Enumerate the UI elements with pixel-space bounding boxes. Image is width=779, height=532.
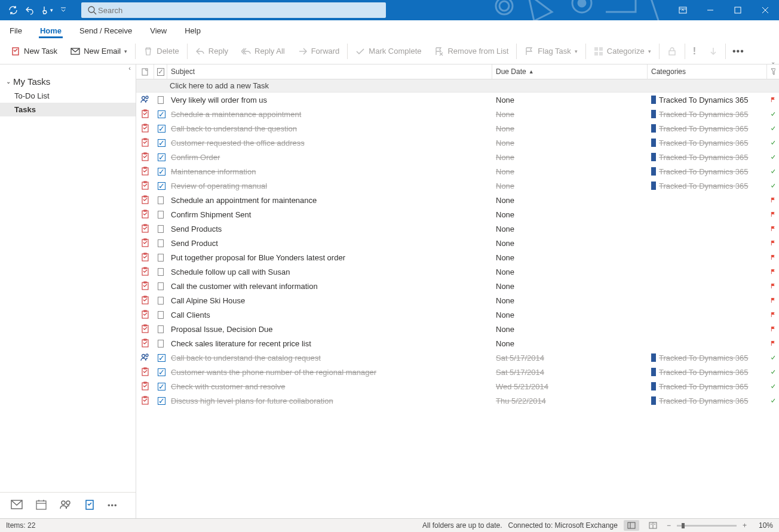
task-row[interactable]: ✓Call back to understand the catalog req…: [136, 350, 779, 365]
task-row[interactable]: ✓Check with customer and resolveWed 5/21…: [136, 379, 779, 393]
add-task-row[interactable]: Click here to add a new Task: [136, 79, 779, 93]
task-row[interactable]: ✓Customer wants the phone number of the …: [136, 365, 779, 379]
task-row[interactable]: Call the customer with relevant informat…: [136, 279, 779, 293]
row-checkbox[interactable]: ✓: [154, 153, 167, 161]
search-box[interactable]: [81, 2, 386, 18]
sidebar-item-todo-list[interactable]: To-Do List: [0, 89, 136, 103]
menu-view[interactable]: View: [149, 23, 168, 38]
row-flag[interactable]: [767, 139, 779, 147]
mark-complete-button[interactable]: Mark Complete: [349, 44, 427, 59]
row-checkbox[interactable]: [154, 268, 167, 276]
row-checkbox[interactable]: ✓: [154, 168, 167, 176]
task-row[interactable]: Put together proposal for Blue Yonders l…: [136, 250, 779, 265]
row-checkbox[interactable]: [154, 254, 167, 262]
sidebar-item-tasks[interactable]: Tasks: [0, 103, 136, 116]
row-flag[interactable]: [767, 196, 779, 204]
row-flag[interactable]: [767, 167, 779, 176]
task-row[interactable]: Check sales literature for recent price …: [136, 336, 779, 350]
view-normal-button[interactable]: [624, 520, 639, 531]
nav-calendar-button[interactable]: [36, 499, 47, 512]
row-checkbox[interactable]: ✓: [154, 383, 167, 390]
row-checkbox[interactable]: [154, 311, 167, 319]
nav-mail-button[interactable]: [11, 500, 23, 511]
row-checkbox[interactable]: [154, 96, 167, 104]
task-row[interactable]: ✓Call back to understand the questionNon…: [136, 121, 779, 136]
row-checkbox[interactable]: [154, 225, 167, 233]
collapse-sidebar-button[interactable]: ‹: [0, 64, 136, 73]
row-checkbox[interactable]: [154, 340, 167, 348]
row-flag[interactable]: [767, 296, 779, 305]
flag-task-button[interactable]: Flag Task ▾: [519, 44, 583, 59]
sync-button[interactable]: [6, 3, 20, 17]
collapse-ribbon-button[interactable]: ⌄: [771, 59, 775, 65]
row-checkbox[interactable]: ✓: [154, 110, 167, 118]
task-row[interactable]: Confirm Shipment SentNone: [136, 207, 779, 222]
qat-customize-button[interactable]: [56, 3, 70, 17]
row-flag[interactable]: [767, 110, 779, 118]
row-flag[interactable]: [767, 253, 779, 262]
task-row[interactable]: ✓Confirm OrderNoneTracked To Dynamics 36…: [136, 150, 779, 164]
task-row[interactable]: Very likely will order from usNoneTracke…: [136, 93, 779, 107]
maximize-button[interactable]: [724, 0, 752, 20]
task-row[interactable]: Proposal Issue, Decision DueNone: [136, 322, 779, 336]
zoom-in-button[interactable]: +: [743, 521, 747, 530]
view-reading-button[interactable]: [645, 520, 661, 531]
more-button[interactable]: •••: [728, 43, 749, 60]
row-checkbox[interactable]: [154, 211, 167, 219]
sidebar-header-my-tasks[interactable]: ⌄ My Tasks: [0, 73, 136, 89]
col-subject[interactable]: Subject: [167, 64, 492, 79]
row-checkbox[interactable]: ✓: [154, 354, 167, 362]
row-flag[interactable]: [767, 339, 779, 348]
new-email-button[interactable]: New Email ▾: [65, 44, 133, 59]
row-flag[interactable]: [767, 396, 779, 405]
ribbon-display-button[interactable]: [669, 0, 697, 20]
col-complete[interactable]: ✓: [154, 64, 167, 79]
task-row[interactable]: ✓Schedule a maintenance appointmentNoneT…: [136, 107, 779, 121]
delete-button[interactable]: Delete: [137, 44, 185, 59]
categorize-button[interactable]: Categorize ▾: [588, 44, 657, 59]
low-importance-button[interactable]: [703, 44, 723, 59]
col-categories[interactable]: Categories: [648, 64, 767, 79]
zoom-slider[interactable]: [677, 525, 737, 527]
task-row[interactable]: ✓Maintenance informationNoneTracked To D…: [136, 164, 779, 179]
row-flag[interactable]: [767, 225, 779, 233]
close-button[interactable]: [752, 0, 779, 20]
row-flag[interactable]: [767, 267, 779, 276]
col-due-date[interactable]: Due Date: [492, 64, 648, 79]
row-checkbox[interactable]: ✓: [154, 368, 167, 376]
reply-all-button[interactable]: Reply All: [235, 44, 291, 59]
row-flag[interactable]: [767, 182, 779, 190]
task-row[interactable]: Schedule follow up call with SusanNone: [136, 265, 779, 279]
menu-help[interactable]: Help: [183, 23, 202, 38]
task-row[interactable]: Schedule an appointment for maintenanceN…: [136, 193, 779, 207]
row-flag[interactable]: [767, 239, 779, 247]
row-checkbox[interactable]: ✓: [154, 397, 167, 405]
task-row[interactable]: ✓Customer requested the office addressNo…: [136, 136, 779, 150]
nav-tasks-button[interactable]: [85, 499, 94, 512]
reply-button[interactable]: Reply: [189, 44, 234, 59]
row-checkbox[interactable]: [154, 325, 167, 333]
task-row[interactable]: Send ProductNone: [136, 236, 779, 250]
row-flag[interactable]: [767, 124, 779, 133]
row-checkbox[interactable]: [154, 282, 167, 290]
row-flag[interactable]: [767, 210, 779, 219]
task-row[interactable]: ✓Discuss high level plans for future col…: [136, 393, 779, 408]
forward-button[interactable]: Forward: [292, 44, 346, 59]
row-flag[interactable]: [767, 368, 779, 376]
search-input[interactable]: [97, 5, 380, 16]
task-row[interactable]: ✓Review of operating manualNoneTracked T…: [136, 179, 779, 193]
row-checkbox[interactable]: [154, 239, 167, 247]
task-row[interactable]: Send ProductsNone: [136, 222, 779, 236]
new-task-button[interactable]: New Task: [5, 44, 63, 59]
nav-people-button[interactable]: [60, 500, 72, 511]
row-flag[interactable]: [767, 382, 779, 390]
row-flag[interactable]: [767, 353, 779, 362]
touch-mode-button[interactable]: ▾: [39, 3, 54, 17]
row-flag[interactable]: [767, 282, 779, 290]
menu-home[interactable]: Home: [39, 23, 63, 38]
nav-more-button[interactable]: •••: [108, 501, 118, 510]
minimize-button[interactable]: [697, 0, 724, 20]
row-flag[interactable]: [767, 153, 779, 161]
undo-button[interactable]: [23, 3, 37, 17]
row-checkbox[interactable]: [154, 196, 167, 204]
